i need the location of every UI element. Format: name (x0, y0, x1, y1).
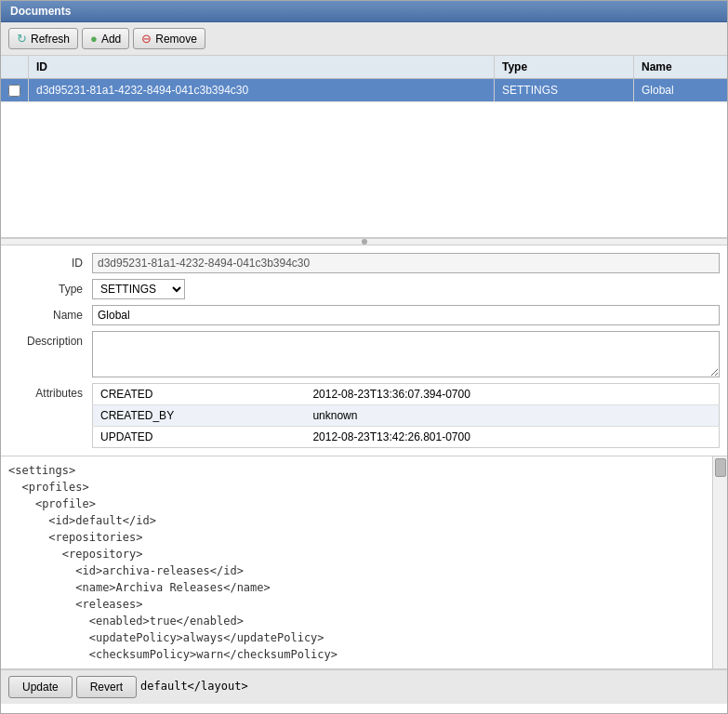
attr-value: 2012-08-23T13:42:26.801-0700 (305, 427, 719, 448)
drag-divider[interactable] (1, 238, 727, 245)
refresh-icon: ↻ (17, 32, 27, 46)
description-textarea[interactable] (92, 331, 720, 377)
id-row: ID (1, 253, 727, 273)
panel-title: Documents (10, 5, 71, 18)
add-button[interactable]: ● Add (82, 28, 129, 49)
add-icon: ● (90, 32, 98, 46)
row-checkbox[interactable] (8, 85, 20, 97)
type-select[interactable]: SETTINGS DOCUMENT OTHER (92, 279, 185, 299)
row-checkbox-cell (1, 79, 29, 101)
revert-button[interactable]: Revert (76, 676, 137, 698)
bottom-bar: Update Revert default</layout> (1, 669, 727, 704)
scrollbar-thumb (715, 458, 726, 477)
col-id: ID (29, 56, 495, 78)
add-label: Add (101, 33, 121, 46)
attributes-row: Attributes CREATED 2012-08-23T13:36:07.3… (1, 383, 727, 448)
refresh-button[interactable]: ↻ Refresh (8, 28, 78, 49)
attribute-row: CREATED_BY unknown (93, 405, 720, 427)
remove-button[interactable]: ⊖ Remove (133, 28, 205, 49)
name-row: Name (1, 305, 727, 325)
title-bar: Documents (1, 1, 727, 22)
attributes-table: CREATED 2012-08-23T13:36:07.394-0700 CRE… (92, 383, 720, 448)
description-label: Description (8, 331, 92, 348)
remove-icon: ⊖ (141, 32, 152, 46)
refresh-label: Refresh (31, 33, 70, 46)
type-field-group: SETTINGS DOCUMENT OTHER (92, 279, 185, 299)
xml-scrollbar[interactable] (712, 456, 727, 668)
documents-table: ID Type Name d3d95231-81a1-4232-8494-041… (1, 56, 727, 238)
name-input[interactable] (92, 305, 720, 325)
main-panel: Documents ↻ Refresh ● Add ⊖ Remove ID Ty… (0, 0, 728, 714)
id-label: ID (8, 253, 92, 270)
attr-value: 2012-08-23T13:36:07.394-0700 (305, 384, 719, 405)
attribute-row: UPDATED 2012-08-23T13:42:26.801-0700 (93, 427, 720, 448)
type-row: Type SETTINGS DOCUMENT OTHER (1, 279, 727, 299)
name-label: Name (8, 305, 92, 322)
drag-dot (362, 239, 367, 245)
col-type: Type (495, 56, 634, 78)
toolbar: ↻ Refresh ● Add ⊖ Remove (1, 22, 727, 56)
form-area: ID Type SETTINGS DOCUMENT OTHER Name Des… (1, 245, 727, 456)
id-input[interactable] (92, 253, 720, 273)
xml-editor[interactable] (1, 456, 727, 666)
attributes-label: Attributes (8, 383, 92, 400)
attr-key: CREATED (93, 384, 306, 405)
row-id: d3d95231-81a1-4232-8494-041c3b394c30 (29, 79, 495, 101)
attribute-row: CREATED 2012-08-23T13:36:07.394-0700 (93, 384, 720, 405)
type-label: Type (8, 279, 92, 296)
col-name: Name (634, 56, 727, 78)
col-checkbox (1, 56, 29, 78)
attr-key: CREATED_BY (93, 405, 306, 427)
row-name: Global (634, 79, 727, 101)
table-row[interactable]: d3d95231-81a1-4232-8494-041c3b394c30 SET… (1, 79, 727, 102)
description-row: Description (1, 331, 727, 377)
update-button[interactable]: Update (8, 676, 73, 698)
table-header: ID Type Name (1, 56, 727, 79)
row-type: SETTINGS (495, 79, 634, 101)
xml-area (1, 456, 727, 669)
attr-key: UPDATED (93, 427, 306, 448)
default-layout-text: default</layout> (140, 676, 248, 698)
table-body: d3d95231-81a1-4232-8494-041c3b394c30 SET… (1, 79, 727, 237)
remove-label: Remove (155, 33, 197, 46)
attr-value: unknown (305, 405, 719, 427)
